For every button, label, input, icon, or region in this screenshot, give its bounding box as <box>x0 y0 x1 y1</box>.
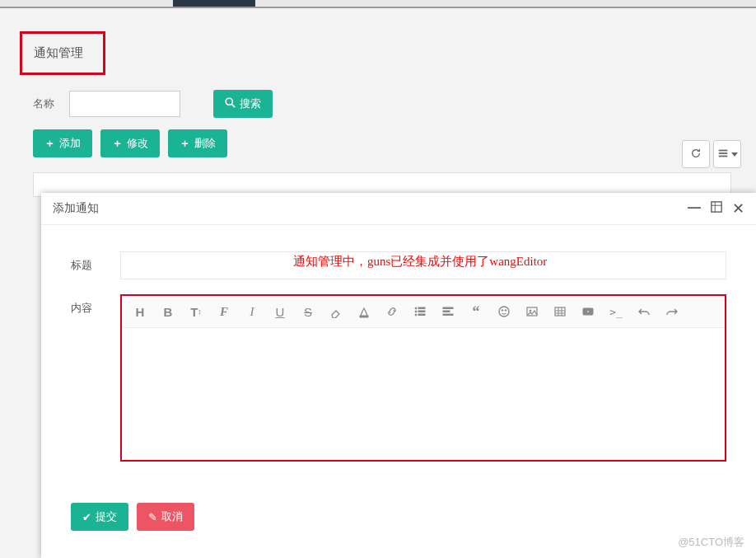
modal-footer: ✔ 提交 ✎ 取消 <box>41 496 756 546</box>
modal-titlebar: 添加通知 — ✕ <box>41 193 756 225</box>
heading-icon[interactable]: H <box>128 301 152 322</box>
delete-button[interactable]: ＋ 删除 <box>168 129 227 157</box>
svg-rect-13 <box>443 307 453 309</box>
search-button[interactable]: 搜索 <box>213 90 273 118</box>
submit-button-label: 提交 <box>96 509 117 524</box>
cancel-button[interactable]: ✎ 取消 <box>137 503 194 531</box>
svg-rect-21 <box>555 307 565 316</box>
refresh-button[interactable] <box>682 140 710 168</box>
annotation-text: 通知管理中，guns已经集成并使用了wangEditor <box>293 254 547 270</box>
svg-point-18 <box>505 310 506 312</box>
table-icon[interactable] <box>548 301 572 322</box>
svg-rect-11 <box>418 311 425 312</box>
bold-icon[interactable]: B <box>156 301 180 322</box>
delete-button-label: 删除 <box>194 136 216 151</box>
align-icon[interactable] <box>436 301 460 322</box>
svg-rect-5 <box>712 202 721 212</box>
svg-point-16 <box>499 307 509 317</box>
search-button-label: 搜索 <box>240 96 261 111</box>
search-input[interactable] <box>69 91 180 117</box>
plus-icon: ＋ <box>44 136 55 151</box>
submit-button[interactable]: ✔ 提交 <box>71 503 128 531</box>
check-icon: ✔ <box>82 511 91 523</box>
image-icon[interactable] <box>520 301 544 322</box>
redo-icon[interactable] <box>660 301 684 322</box>
top-nav-bar <box>0 0 756 8</box>
plus-icon: ＋ <box>112 136 123 151</box>
table-tools <box>682 140 741 168</box>
search-toolbar: 名称 搜索 <box>0 75 756 124</box>
eraser-icon[interactable] <box>324 301 348 322</box>
search-label: 名称 <box>33 96 54 111</box>
maximize-icon[interactable] <box>711 201 722 216</box>
modal-window-controls: — ✕ <box>688 201 744 216</box>
italic-icon[interactable]: I <box>240 301 264 322</box>
underline-icon[interactable]: U <box>268 301 292 322</box>
strike-icon[interactable]: S <box>296 301 320 322</box>
close-icon[interactable]: ✕ <box>732 201 744 216</box>
svg-point-20 <box>530 310 531 312</box>
modal-body: 标题 内容 H B T↕ F I U S <box>53 237 744 485</box>
search-icon <box>225 97 236 110</box>
title-label: 标题 <box>71 251 120 273</box>
edit-button-label: 修改 <box>127 136 148 151</box>
fontfamily-icon[interactable]: F <box>212 301 236 322</box>
modal-title: 添加通知 <box>53 201 99 216</box>
content-row: 内容 H B T↕ F I U S <box>71 294 726 462</box>
undo-icon[interactable] <box>632 301 656 322</box>
editor-content-area[interactable] <box>122 328 725 460</box>
active-tab-indicator <box>173 0 255 7</box>
edit-button[interactable]: ＋ 修改 <box>100 129 160 157</box>
list-icon[interactable] <box>408 301 432 322</box>
add-button[interactable]: ＋ 添加 <box>33 129 92 157</box>
svg-rect-2 <box>718 149 727 151</box>
quote-icon[interactable]: “ <box>464 301 488 322</box>
svg-rect-6 <box>360 316 368 317</box>
svg-rect-10 <box>418 307 425 309</box>
svg-point-9 <box>415 314 417 316</box>
watermark: @51CTO博客 <box>678 535 744 550</box>
add-button-label: 添加 <box>59 136 81 151</box>
columns-button[interactable] <box>713 140 741 168</box>
svg-line-1 <box>232 105 236 108</box>
svg-rect-14 <box>443 311 450 312</box>
add-notice-modal: 添加通知 — ✕ 标题 内容 H B T↕ <box>41 193 756 558</box>
svg-rect-15 <box>443 314 453 316</box>
editor-toolbar: H B T↕ F I U S “ <box>122 296 725 328</box>
link-icon[interactable] <box>380 301 404 322</box>
svg-rect-4 <box>718 155 727 157</box>
forecolor-icon[interactable] <box>352 301 376 322</box>
content-label: 内容 <box>71 294 120 316</box>
eraser-icon: ✎ <box>148 511 157 523</box>
minimize-icon[interactable]: — <box>688 201 701 216</box>
svg-rect-12 <box>418 314 425 316</box>
video-icon[interactable] <box>576 301 600 322</box>
plus-icon: ＋ <box>180 136 190 151</box>
cancel-button-label: 取消 <box>161 509 183 524</box>
emoji-icon[interactable] <box>492 301 516 322</box>
svg-rect-3 <box>718 152 727 154</box>
rich-text-editor: H B T↕ F I U S “ <box>120 294 726 462</box>
page-title: 通知管理 <box>20 31 105 75</box>
svg-point-0 <box>226 98 232 105</box>
fontsize-icon[interactable]: T↕ <box>184 301 208 322</box>
svg-point-8 <box>415 311 417 312</box>
refresh-icon <box>690 148 702 162</box>
svg-point-7 <box>415 307 417 309</box>
list-icon <box>717 148 729 162</box>
code-icon[interactable]: >_ <box>604 301 628 322</box>
action-toolbar: ＋ 添加 ＋ 修改 ＋ 删除 <box>0 124 756 166</box>
svg-point-17 <box>502 310 503 312</box>
